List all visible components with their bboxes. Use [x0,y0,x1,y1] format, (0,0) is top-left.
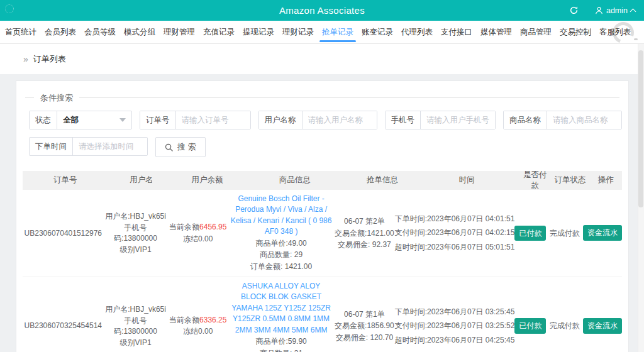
user-cell: 用户名:HBJ_vk65i 手机号码:13800000 级别VIP1 [104,303,168,349]
user-icon [595,6,603,14]
nav-item-mode-group[interactable]: 模式分组 [124,21,155,43]
status-select-group: 状态 全部 [29,111,132,129]
fund-flow-button[interactable]: 资金流水 [583,318,622,334]
time-cell: 下单时间:2023年06月07日 03:25:45 支付时间:2023年06月0… [395,304,515,348]
order-time: 下单时间:2023年06月07日 04:01:51 [395,212,515,226]
paid-badge: 已付款 [514,318,546,334]
balance-cell: 当前余额6456.95 冻结0.00 [168,221,228,245]
nav-item-payment-gateway[interactable]: 支付接口 [441,21,472,43]
grab-commission: 交易佣金: 92.37 [334,239,394,250]
product-qty: 商品数量: 29 [228,250,334,260]
refresh-icon[interactable] [569,6,579,15]
order-no-cell: UB2306070325454514 [23,321,104,331]
search-button[interactable]: 搜 索 [155,137,206,157]
balance-value: 6456.95 [199,223,226,231]
col-header-grab: 抢单信息 [350,175,414,186]
admin-username: admin [606,6,628,15]
loading-dot-icon [634,38,638,40]
username-group: 用户名称 [258,111,377,129]
action-cell: 资金流水 [583,225,622,241]
status-label: 状态 [30,111,57,129]
product-cell: ASHUKA ALLOY ALOY BLOCK BLOK GASKET YAMA… [228,281,334,352]
balance-cell: 当前余额6336.25 冻结0.00 [168,314,228,338]
username-label: 用户名称 [259,111,303,129]
search-button-label: 搜 索 [177,141,196,153]
product-link[interactable]: ASHUKA ALLOY ALOY BLOCK BLOK GASKET YAMA… [228,281,334,336]
search-form: 状态 全部 订单号 用户名称 手机号 商品名称 [16,98,628,167]
faint-logo-icon [5,4,14,13]
order-amount: 订单金额: 1421.00 [228,261,334,272]
user-cell: 用户名:HBJ_vk65i 手机号码:13800000 级别VIP1 [104,210,168,256]
product-price: 商品单价:59.90 [228,336,334,347]
nav-item-balance-changes[interactable]: 账变记录 [362,21,393,43]
nav-item-agent-list[interactable]: 代理列表 [401,21,433,43]
nav-item-member-level[interactable]: 会员等级 [84,21,116,43]
phone-label: 手机号 [386,111,421,129]
action-cell: 资金流水 [583,318,622,334]
nav-item-member-list[interactable]: 会员列表 [45,21,76,43]
user-name: 用户名:HBJ_vk65i [104,304,168,315]
user-phone: 手机号码:13800000 [104,223,168,244]
nav-item-media-mgmt[interactable]: 媒体管理 [480,21,512,43]
grab-cell: 06-07 第1单 交易金额:1856.90 交易佣金: 120.70 [334,308,394,343]
product-link[interactable]: Genuine Bosch Oil Filter - Perodua Myvi … [228,194,334,238]
user-level: 级别VIP1 [104,338,168,348]
order-time-group: 下单时间 [29,137,148,156]
top-app-bar: Amazon Associates admin [0,0,644,21]
product-price: 商品单价:49.00 [228,238,334,249]
status-cell: 完成付款 [546,321,583,331]
col-header-time: 时间 [414,175,519,186]
col-header-balance: 用户余额 [175,175,239,186]
breadcrumb-label: 订单列表 [33,53,66,65]
phone-input[interactable] [421,111,495,129]
col-header-status: 订单状态 [551,175,590,186]
pay-time: 支付时间:2023年06月07日 04:02:15 [395,226,515,239]
user-name: 用户名:HBJ_vk65i [104,211,168,222]
orders-table: 订单号 用户名 用户余额 商品信息 抢单信息 时间 是否付款 订单状态 操作 U… [23,171,622,352]
nav-item-home-stats[interactable]: 首页统计 [5,21,36,43]
product-qty: 商品数量: 31 [228,348,334,352]
search-fieldset: 条件搜索 [25,97,619,98]
order-time: 下单时间:2023年06月07日 03:25:45 [395,305,515,319]
scrollbar-thumb[interactable] [638,50,643,207]
table-row: UB2306070325454514 用户名:HBJ_vk65i 手机号码:13… [23,277,622,352]
paid-cell: 已付款 [514,226,546,241]
status-select[interactable]: 全部 [57,111,131,129]
grab-seq: 06-07 第1单 [334,309,394,320]
col-header-action: 操作 [589,175,622,186]
product-name-input[interactable] [547,111,621,129]
main-nav: 首页统计 会员列表 会员等级 模式分组 理财管理 充值记录 提现记录 理财记录 … [0,21,644,44]
phone-group: 手机号 [385,111,496,129]
breadcrumb: » 订单列表 [0,44,644,74]
user-phone: 手机号码:13800000 [104,316,168,337]
table-header-row: 订单号 用户名 用户余额 商品信息 抢单信息 时间 是否付款 订单状态 操作 [23,171,622,190]
nav-item-recharge-records[interactable]: 充值记录 [203,21,235,43]
nav-item-withdraw-records[interactable]: 提现记录 [243,21,274,43]
nav-item-product-mgmt[interactable]: 商品管理 [520,21,552,43]
grab-seq: 06-07 第2单 [334,216,394,227]
admin-menu[interactable]: admin [595,6,635,15]
order-time-label: 下单时间 [30,138,73,155]
grab-amount: 交易金额:1856.90 [334,321,394,331]
order-no-input[interactable] [176,111,250,129]
nav-item-support-list[interactable]: 客服列表 [599,21,631,43]
user-level: 级别VIP1 [104,245,168,255]
order-no-label: 订单号 [140,111,176,129]
grab-commission: 交易佣金: 120.70 [334,333,394,343]
product-name-label: 商品名称 [504,111,547,129]
time-cell: 下单时间:2023年06月07日 04:01:51 支付时间:2023年06月0… [395,211,515,255]
chevron-up-icon [630,9,636,15]
product-cell: Genuine Bosch Oil Filter - Perodua Myvi … [228,194,334,273]
order-no-cell: UB2306070401512976 [23,228,104,239]
pay-time: 支付时间:2023年06月07日 03:25:52 [395,319,515,333]
nav-item-finance-mgmt[interactable]: 理财管理 [164,21,195,43]
nav-item-trade-control[interactable]: 交易控制 [560,21,591,43]
nav-item-finance-records[interactable]: 理财记录 [282,21,314,43]
balance-label: 当前余额 [169,316,199,324]
fund-flow-button[interactable]: 资金流水 [583,225,622,241]
order-time-input[interactable] [73,138,147,155]
table-row: UB2306070401512976 用户名:HBJ_vk65i 手机号码:13… [23,190,622,277]
nav-item-grab-records[interactable]: 抢单记录 [322,21,353,43]
username-input[interactable] [303,111,377,129]
balance-value: 6336.25 [199,316,226,324]
